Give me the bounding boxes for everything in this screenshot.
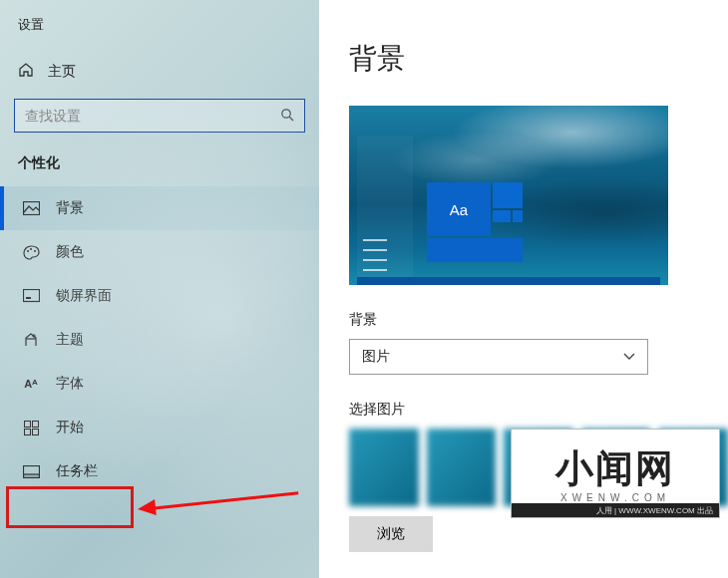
nav-item-colors[interactable]: 颜色 (0, 230, 319, 274)
font-icon: AA (22, 378, 40, 390)
svg-rect-14 (23, 474, 39, 478)
search-input[interactable] (25, 108, 267, 124)
nav-item-lockscreen[interactable]: 锁屏界面 (0, 274, 319, 318)
chevron-down-icon (623, 350, 635, 364)
app-title: 设置 (0, 10, 319, 52)
nav-item-taskbar[interactable]: 任务栏 (0, 449, 319, 493)
browse-button[interactable]: 浏览 (349, 516, 433, 552)
nav-label: 任务栏 (56, 462, 98, 480)
svg-rect-7 (26, 297, 31, 299)
svg-rect-9 (24, 421, 30, 427)
svg-rect-12 (32, 429, 38, 434)
nav-label: 主题 (56, 331, 84, 349)
watermark-overlay: 小闻网 XWENW.COM 人用 | WWW.XWENW.COM 出品 (511, 429, 720, 518)
page-title: 背景 (349, 40, 728, 78)
home-icon (18, 62, 34, 81)
watermark-footer: 人用 | WWW.XWENW.COM 出品 (512, 503, 719, 517)
lockscreen-icon (22, 289, 40, 303)
nav-list: 背景 颜色 锁屏界面 主题 AA (0, 186, 319, 493)
nav-item-fonts[interactable]: AA 字体 (0, 362, 319, 406)
thumbnail[interactable] (349, 429, 419, 506)
nav-label: 背景 (56, 199, 84, 217)
start-icon (22, 421, 40, 435)
watermark-text: 小闻网 (555, 443, 675, 494)
nav-label: 开始 (56, 419, 84, 436)
nav-label: 锁屏界面 (56, 287, 112, 305)
nav-label: 字体 (56, 375, 84, 393)
theme-icon (22, 332, 40, 348)
section-title: 个性化 (0, 150, 319, 186)
annotation-arrow (130, 501, 309, 521)
taskbar-icon (22, 465, 40, 478)
nav-item-start[interactable]: 开始 (0, 406, 319, 449)
svg-point-0 (282, 109, 290, 117)
search-input-container[interactable] (14, 99, 305, 133)
home-label: 主页 (48, 63, 76, 81)
preview-sample-text: Aa (427, 182, 491, 236)
choose-picture-label: 选择图片 (349, 401, 728, 419)
svg-line-1 (289, 117, 293, 121)
svg-point-5 (34, 250, 36, 252)
background-field-label: 背景 (349, 311, 728, 329)
sidebar: 设置 主页 个性化 背景 (0, 0, 319, 578)
home-link[interactable]: 主页 (0, 52, 319, 91)
dropdown-value: 图片 (362, 348, 390, 366)
svg-rect-10 (32, 421, 38, 427)
main-content: 背景 Aa 背景 图片 选择图片 (319, 0, 728, 578)
search-icon (280, 108, 294, 125)
thumbnail[interactable] (427, 429, 497, 506)
svg-rect-11 (24, 429, 30, 434)
palette-icon (22, 245, 40, 260)
nav-item-themes[interactable]: 主题 (0, 318, 319, 362)
picture-icon (22, 201, 40, 215)
svg-point-4 (30, 248, 32, 250)
svg-rect-6 (23, 290, 39, 302)
watermark-subtext: XWENW.COM (560, 492, 670, 503)
background-dropdown[interactable]: 图片 (349, 339, 648, 375)
desktop-preview: Aa (349, 106, 668, 285)
nav-label: 颜色 (56, 243, 84, 261)
svg-point-3 (27, 250, 29, 252)
nav-item-background[interactable]: 背景 (0, 186, 319, 230)
